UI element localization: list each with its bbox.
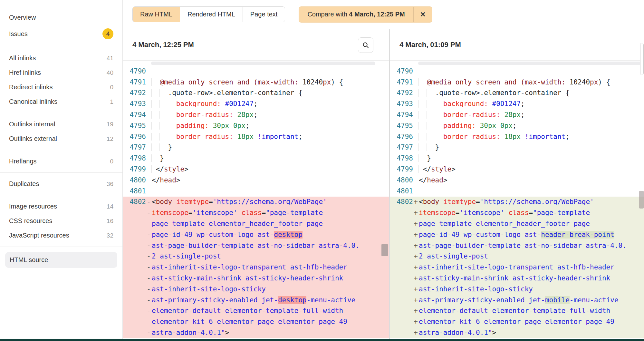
sidebar-item-all-inlinks[interactable]: All inlinks41 [0,51,122,65]
code-line-4794: 4794 border-radius: 28px; [390,109,644,120]
diff-prefix: + [413,252,418,260]
code-line-4797: 4797 } [390,142,644,153]
code-line-4791: 4791 @media only screen and (max-width: … [390,77,644,88]
main-content: Raw HTMLRendered HTMLPage text Compare w… [123,0,644,341]
sidebar-item-overview[interactable]: Overview [0,10,122,25]
code-text: itemscope='itemscope' class="page-templa… [151,209,389,217]
code-text: <body itemtype='https://schema.org/WebPa… [418,198,644,206]
code-line-wrap: +itemscope='itemscope' class="page-templ… [390,207,644,218]
code-line-wrap: +ast-inherit-site-logo-sticky [390,284,644,295]
indent-guide [151,165,152,173]
code-text: } [418,143,644,151]
code-text: ast-inherit-site-logo-sticky [151,285,389,293]
code-text: ast-sticky-main-shrink ast-sticky-header… [151,274,389,282]
sidebar-item-outlinks-internal[interactable]: Outlinks internal19 [0,117,122,132]
sidebar-item-redirect-inlinks[interactable]: Redirect inlinks0 [0,80,122,94]
indent-guide [151,122,152,130]
compare-with-pill[interactable]: Compare with 4 March, 12:25 PM ✕ [299,6,432,23]
partial-scrolled-row [390,61,644,66]
indent-guide [151,133,152,141]
line-number: 4791 [123,78,146,86]
sidebar-item-label: CSS resources [9,217,53,225]
sidebar-item-label: Hreflangs [9,158,37,165]
diff-prefix: + [413,209,418,217]
partial-scrolled-row [123,61,389,66]
sidebar-item-label: Canonical inlinks [9,98,57,105]
indent-guide [418,78,419,86]
code-text: ast-inherit-site-logo-transparent ast-hf… [418,263,644,271]
sidebar-item-count: 16 [107,218,113,225]
sidebar-item-issues[interactable]: Issues4 [0,25,122,43]
indent-guide [168,100,168,108]
indent-guide [159,143,160,151]
search-button[interactable] [358,37,373,53]
tab-page-text[interactable]: Page text [243,7,285,22]
left-panel-scrollbar-thumb[interactable] [381,244,388,256]
diff-prefix: + [413,220,418,228]
line-number: 4797 [390,143,413,151]
code-text: page-id-49 wp-custom-logo ast-header-bre… [418,231,644,239]
compare-date: 4 March, 12:25 PM [349,11,405,18]
tab-rendered-html[interactable]: Rendered HTML [180,7,243,22]
code-text: </style> [418,165,644,173]
indent-guide [418,89,419,97]
tab-raw-html[interactable]: Raw HTML [133,7,180,22]
code-line-4801: 4801 [123,186,389,197]
indent-guide [427,133,427,141]
indent-guide [418,133,419,141]
bottom-edge-bar [0,339,644,341]
close-icon[interactable]: ✕ [413,7,432,22]
diff-prefix: - [146,209,151,217]
sidebar-item-count: 41 [107,55,113,62]
code-line-4796: 4796 border-radius: 18px !important; [390,131,644,142]
sidebar-item-label: Href inlinks [9,69,41,76]
sidebar-item-count: 36 [107,180,113,188]
line-number: 4799 [123,165,146,173]
window-scrollbar-track[interactable] [640,43,644,75]
diff-prefix: - [146,318,151,326]
left-code-view[interactable]: 47904791 @media only screen and (max-wid… [123,61,389,341]
diff-prefix: - [146,242,151,249]
code-line-wrap: -ast-inherit-site-logo-sticky [123,284,389,295]
sidebar-group: Duplicates36 [0,175,122,193]
sidebar-item-count: 32 [107,232,113,239]
sidebar-item-label: HTML source [10,256,48,264]
sidebar-item-javascript-resources[interactable]: JavaScript resources32 [0,228,122,243]
sidebar-item-outlinks-external[interactable]: Outlinks external12 [0,132,122,146]
sidebar: OverviewIssues4All inlinks41Href inlinks… [0,0,123,341]
code-line-4800: 4800</head> [123,175,389,186]
diff-prefix: + [413,318,418,326]
diff-prefix: + [413,242,418,249]
code-text: ast-sticky-main-shrink ast-sticky-header… [418,274,644,282]
code-line-4799: 4799 </style> [390,164,644,175]
right-panel-scrollbar-thumb[interactable] [639,191,644,209]
code-line-4793: 4793 background: #0D1247; [123,98,389,109]
line-number: 4801 [390,187,413,195]
code-line-wrap: -page-id-49 wp-custom-logo ast-desktop [123,229,389,240]
indent-guide [159,100,160,108]
code-text: .quote-row>.elementor-container { [418,89,644,97]
sidebar-item-duplicates[interactable]: Duplicates36 [0,177,122,191]
sidebar-item-count: 12 [107,135,113,142]
line-number: 4802 [123,198,146,206]
sidebar-item-css-resources[interactable]: CSS resources16 [0,214,122,228]
sidebar-item-html-source[interactable]: HTML source [5,252,117,268]
indent-guide [418,100,419,108]
sidebar-item-href-inlinks[interactable]: Href inlinks40 [0,65,122,80]
code-line-wrap: +page-template-elementor_header_footer p… [390,218,644,229]
code-text: </head> [418,176,644,184]
indent-guide [151,154,152,162]
right-code-view[interactable]: 47904791 @media only screen and (max-wid… [390,61,644,341]
code-line-4798: 4798 } [390,153,644,164]
sidebar-divider [0,275,122,275]
sidebar-item-hreflangs[interactable]: Hreflangs0 [0,154,122,169]
code-text: padding: 30px 0px; [151,122,389,130]
diff-prefix: + [413,198,418,206]
code-text: border-radius: 28px; [151,111,389,119]
code-line-4794: 4794 border-radius: 28px; [123,109,389,120]
sidebar-item-image-resources[interactable]: Image resources14 [0,199,122,214]
sidebar-item-canonical-inlinks[interactable]: Canonical inlinks1 [0,94,122,109]
indent-guide [151,111,152,119]
line-number: 4800 [123,176,146,184]
code-text: ast-page-builder-template ast-no-sidebar… [151,242,389,249]
